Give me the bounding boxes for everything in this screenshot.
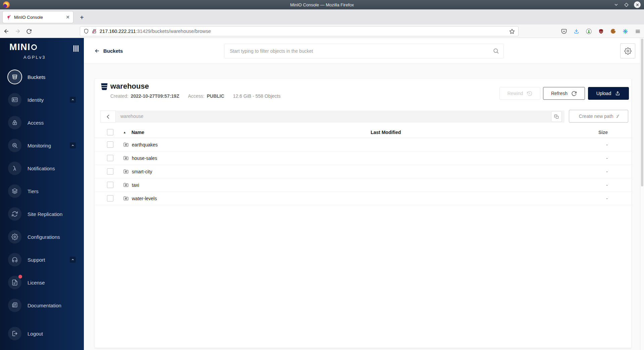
gear-icon (8, 230, 21, 244)
sidebar-item-monitoring[interactable]: Monitoring (0, 134, 84, 157)
bookmark-star-icon[interactable] (509, 29, 515, 34)
table-row[interactable]: earthquakes - (95, 138, 632, 151)
table-row[interactable]: water-levels - (95, 192, 632, 205)
current-path[interactable]: warehouse (120, 114, 144, 119)
row-checkbox[interactable] (107, 155, 113, 161)
table-row[interactable]: house-sales - (95, 151, 632, 165)
select-all-checkbox[interactable] (107, 129, 113, 135)
close-button[interactable] (634, 1, 641, 8)
bucket-usage: 12.6 GiB - 558 Objects (233, 93, 281, 99)
chevron-up-icon[interactable] (70, 257, 76, 263)
sidebar-item-license[interactable]: License (0, 271, 84, 294)
column-header-size[interactable]: Size (558, 130, 632, 135)
row-checkbox[interactable] (107, 168, 113, 175)
url-host: 217.160.222.211 (100, 29, 136, 34)
breadcrumb-back[interactable]: Buckets (94, 38, 123, 64)
page-header: Buckets (84, 38, 644, 64)
bucket-icon (100, 83, 108, 91)
column-header-last-modified[interactable]: Last Modified (371, 130, 558, 135)
sidebar-item-site-replication[interactable]: Site Replication (0, 203, 84, 225)
chevron-up-icon[interactable] (70, 142, 76, 148)
create-new-path-button[interactable]: Create new path :∕∕ (569, 110, 628, 123)
sidebar-item-access[interactable]: Access (0, 111, 84, 134)
bucket-meta: Created: 2022-10-27T09:57:19Z Access: PU… (110, 93, 280, 99)
settings-gear-button[interactable] (620, 43, 635, 58)
sidebar-item-configurations[interactable]: Configurations (0, 225, 84, 248)
rewind-clock-icon (527, 91, 532, 96)
insecure-lock-icon[interactable] (92, 29, 97, 34)
minio-logo: MINI (9, 43, 37, 52)
copy-path-button[interactable] (551, 111, 562, 122)
extensions-spark-icon[interactable] (623, 29, 628, 34)
identity-card-icon (8, 93, 21, 106)
upload-button[interactable]: Upload (588, 87, 629, 100)
minio-logo-o-icon (31, 44, 37, 50)
row-checkbox[interactable] (107, 195, 113, 202)
sidebar-item-identity[interactable]: Identity (0, 88, 84, 111)
filter-objects-input[interactable] (224, 44, 504, 58)
menu-hamburger-icon[interactable] (635, 29, 641, 34)
license-document-icon (8, 276, 21, 289)
pocket-icon[interactable] (561, 29, 567, 34)
sidebar-item-buckets[interactable]: Buckets (0, 65, 84, 88)
rewind-button[interactable]: Rewind (499, 87, 540, 100)
reload-button[interactable] (26, 29, 32, 34)
shield-permissions-icon[interactable] (84, 29, 89, 34)
chevron-up-icon[interactable] (70, 97, 76, 103)
sidebar-item-logout[interactable]: Logout (0, 322, 84, 345)
sidebar-item-documentation[interactable]: Documentation (0, 294, 84, 317)
access-value: PUBLIC (207, 93, 224, 99)
lock-icon (8, 116, 21, 129)
bucket-panel: warehouse Created: 2022-10-27T09:57:19Z … (95, 78, 632, 348)
table-row[interactable]: smart-city - (95, 165, 632, 178)
breadcrumb-label[interactable]: Buckets (103, 48, 123, 54)
refresh-icon (571, 91, 577, 96)
path-back-button[interactable] (100, 111, 116, 123)
folder-icon (123, 169, 129, 174)
page-scrollbar[interactable] (640, 38, 644, 350)
minio-logo-text: MINI (9, 43, 31, 52)
headset-icon (8, 253, 21, 266)
forward-button[interactable] (15, 28, 21, 34)
main-area: Buckets warehouse (84, 38, 644, 350)
access-label: Access: (188, 93, 204, 99)
sidebar-item-notifications[interactable]: Notifications (0, 157, 84, 180)
table-row[interactable]: taxi - (95, 178, 632, 192)
minio-favicon-icon (6, 14, 11, 20)
path-bar: warehouse (100, 111, 565, 123)
row-checkbox[interactable] (107, 182, 113, 188)
browser-tab[interactable]: MinIO Console ✕ (3, 11, 73, 23)
new-tab-button[interactable]: + (77, 13, 87, 22)
bucket-icon (8, 70, 21, 84)
bucket-name: warehouse (110, 82, 149, 91)
url-bar[interactable]: 217.160.222.211:31429/buckets/warehouse/… (80, 26, 519, 36)
folder-icon (123, 155, 129, 161)
sidebar: MINI AGPLv3 Buckets Identity (0, 38, 84, 350)
sidebar-item-support[interactable]: Support (0, 248, 84, 271)
row-checkbox[interactable] (107, 141, 113, 148)
column-header-name[interactable]: ▲ Name (116, 130, 371, 135)
adblock-extension-icon[interactable] (586, 29, 592, 34)
titlebar: MinIO Console — Mozilla Firefox (0, 0, 644, 9)
url-path: :31429/buckets/warehouse/browse (136, 29, 211, 34)
cookie-extension-icon[interactable] (610, 29, 616, 34)
sidebar-collapse-icon[interactable] (73, 45, 78, 52)
url-text[interactable]: 217.160.222.211:31429/buckets/warehouse/… (100, 29, 506, 34)
refresh-button[interactable]: Refresh (543, 87, 585, 100)
minimize-button[interactable] (613, 2, 619, 7)
back-button[interactable] (3, 28, 9, 34)
folder-icon (123, 142, 129, 147)
folder-icon (123, 182, 129, 188)
search-icon (493, 48, 499, 54)
sidebar-item-tiers[interactable]: Tiers (0, 180, 84, 203)
download-icon[interactable] (574, 29, 579, 34)
ublock-extension-icon[interactable] (598, 29, 604, 34)
folder-icon (123, 195, 129, 201)
gear-icon (624, 47, 632, 55)
documentation-book-icon (8, 299, 21, 312)
tab-close-icon[interactable]: ✕ (66, 15, 70, 19)
maximize-button[interactable] (624, 2, 629, 7)
lambda-icon (8, 162, 21, 175)
scrollbar-thumb[interactable] (641, 39, 643, 186)
back-arrow-icon (94, 48, 100, 54)
